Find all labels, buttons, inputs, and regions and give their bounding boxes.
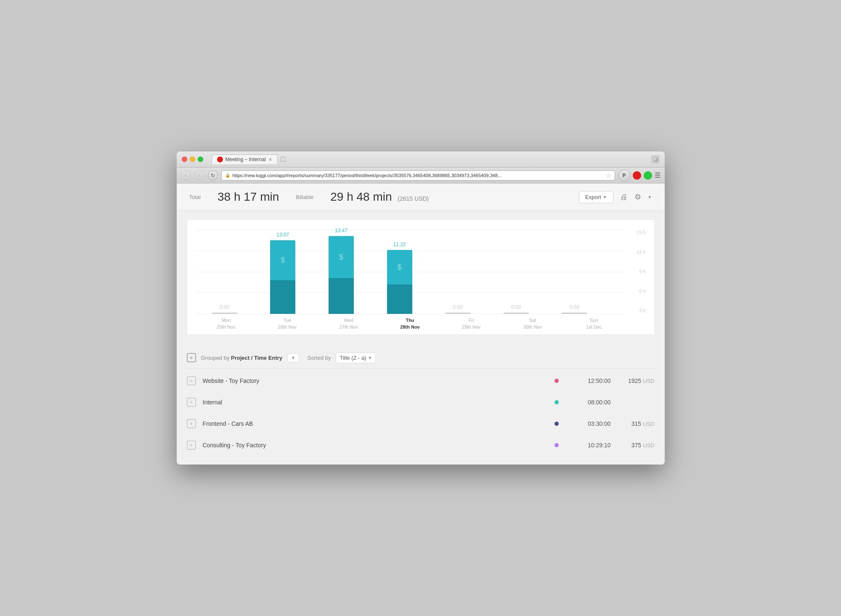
p-extension-button[interactable]: P — [618, 170, 630, 181]
summary-section: + Grouped by Project / Time Entry ▼ Sort… — [177, 343, 665, 465]
bar-sun[interactable]: 0:00 — [545, 304, 604, 314]
red-extension-icon[interactable] — [633, 171, 641, 180]
x-label-wed: Wed27th Nov — [318, 317, 379, 330]
stats-bar: Total 38 h 17 min Billable 29 h 48 min (… — [177, 183, 665, 211]
browser-menu-button[interactable]: ☰ — [655, 171, 661, 179]
bar-wed-stack: $ — [329, 236, 354, 314]
bar-value-mon: 0:00 — [220, 304, 229, 310]
x-label-sun: Sun1st Dec — [563, 317, 625, 330]
color-dot-consulting — [554, 443, 559, 447]
bookmark-icon[interactable]: ☆ — [606, 172, 611, 179]
bar-wed[interactable]: 13:47 $ — [312, 228, 371, 314]
dollar-icon: $ — [398, 263, 402, 272]
green-extension-icon[interactable] — [644, 171, 652, 180]
bar-mon[interactable]: 0:00 — [196, 304, 254, 314]
bar-sat[interactable]: 0:00 — [487, 304, 545, 314]
billable-label: Billable — [296, 194, 313, 200]
toggl-favicon — [217, 157, 223, 162]
bar-thu-stack: $ — [387, 250, 412, 314]
bar-thu[interactable]: 11:22 $ — [370, 242, 429, 314]
bar-value-thu: 11:22 — [393, 242, 406, 247]
traffic-lights — [182, 157, 203, 162]
expand-all-button[interactable]: + — [187, 353, 196, 362]
bar-value-sun: 0:00 — [570, 304, 579, 310]
time-consulting: 10:29:10 — [569, 442, 611, 449]
time-frontend: 03:30:00 — [569, 420, 611, 427]
x-label-fri: Fri29th Nov — [440, 317, 502, 330]
bar-value-sat: 0:00 — [511, 304, 521, 310]
export-button[interactable]: Export ▼ — [579, 191, 613, 203]
y-label-3h: 3 h — [639, 308, 645, 313]
sort-dropdown[interactable]: Title (Z - a) ▼ — [336, 353, 376, 363]
url-text: https://new.toggl.com/app/#reports/summa… — [233, 173, 501, 178]
maximize-button[interactable] — [198, 157, 203, 162]
bar-value-fri: 0:00 — [453, 304, 462, 310]
bar-tue[interactable]: 13:07 $ — [254, 232, 312, 314]
project-row-internal[interactable]: + Internal 08:00:00 — [187, 392, 655, 413]
grouping-chevron: ▼ — [291, 356, 295, 360]
sort-value: Title (Z - a) — [340, 355, 366, 361]
expand-consulting[interactable]: + — [187, 441, 196, 450]
bar-fri[interactable]: 0:00 — [429, 304, 487, 314]
dollar-icon: $ — [281, 256, 285, 265]
close-button[interactable] — [182, 157, 187, 162]
total-label: Total — [189, 194, 201, 200]
main-content: Total 38 h 17 min Billable 29 h 48 min (… — [177, 183, 665, 465]
browser-window: Meeting – Internal ✕ □ ‹ › ↻ 🔒 https://n… — [177, 151, 665, 465]
bar-tue-billable: $ — [270, 240, 295, 280]
chart-area: 15 h 12 h 9 h 6 h 3 h 0:00 — [187, 219, 655, 335]
tab-close-button[interactable]: ✕ — [268, 157, 272, 162]
usd-consulting: 375 USD — [621, 442, 655, 449]
minimize-button[interactable] — [190, 157, 195, 162]
content-wrapper: 15 h 12 h 9 h 6 h 3 h 0:00 — [177, 219, 665, 465]
grouping-bar: + Grouped by Project / Time Entry ▼ Sort… — [187, 348, 655, 369]
forward-button[interactable]: › — [194, 170, 204, 181]
back-button[interactable]: ‹ — [181, 170, 191, 181]
grouping-dropdown[interactable]: ▼ — [287, 353, 299, 362]
active-tab[interactable]: Meeting – Internal ✕ — [212, 154, 278, 164]
reload-button[interactable]: ↻ — [208, 170, 218, 181]
new-tab-button[interactable]: □ — [278, 153, 289, 165]
x-axis: Mon25th Nov Tue26th Nov Wed27th Nov Thu2… — [196, 317, 646, 330]
export-chevron: ▼ — [603, 195, 607, 199]
y-label-15h: 15 h — [637, 230, 645, 235]
y-label-9h: 9 h — [639, 269, 645, 274]
project-row-frontend[interactable]: + Frontend - Cars AB 03:30:00 315 USD — [187, 413, 655, 435]
bar-tue-nonbillable — [270, 280, 295, 314]
tab-title: Meeting – Internal — [226, 157, 266, 162]
bar-value-tue: 13:07 — [276, 232, 289, 238]
toolbar-right: Export ▼ 🖨 ⚙ ▼ — [579, 191, 652, 203]
x-label-mon: Mon25th Nov — [196, 317, 257, 330]
bar-wed-billable: $ — [329, 236, 354, 278]
url-bar[interactable]: 🔒 https://new.toggl.com/app/#reports/sum… — [221, 170, 615, 181]
ssl-icon: 🔒 — [225, 173, 230, 178]
color-dot-frontend — [554, 422, 559, 426]
tab-bar: Meeting – Internal ✕ □ — [212, 153, 289, 165]
y-label-12h: 12 h — [637, 250, 645, 255]
bar-value-wed: 13:47 — [335, 228, 348, 234]
bar-fri-tiny — [445, 313, 470, 314]
browser-toolbar: P ☰ — [618, 170, 661, 181]
project-name-internal: Internal — [203, 399, 554, 406]
time-internal: 08:00:00 — [569, 399, 611, 406]
sorted-by-label: Sorted by — [308, 355, 331, 361]
settings-button[interactable]: ⚙ — [634, 192, 641, 202]
expand-frontend[interactable]: + — [187, 419, 196, 428]
window-resize-icon[interactable] — [651, 155, 660, 164]
expand-website[interactable]: + — [187, 376, 196, 385]
project-name-frontend: Frontend - Cars AB — [203, 420, 554, 427]
bars-container: 0:00 13:07 $ — [196, 230, 625, 314]
usd-website: 1925 USD — [621, 377, 655, 384]
project-name-website: Website - Toy Factory — [203, 377, 554, 384]
project-list: + Website - Toy Factory 12:50:00 1925 US… — [187, 370, 655, 456]
grouped-by-label: Grouped by Project / Time Entry — [201, 355, 282, 361]
total-value: 38 h 17 min — [218, 190, 279, 204]
color-dot-website — [554, 379, 559, 383]
titlebar: Meeting – Internal ✕ □ — [177, 151, 665, 167]
project-row-website[interactable]: + Website - Toy Factory 12:50:00 1925 US… — [187, 370, 655, 392]
expand-internal[interactable]: + — [187, 398, 196, 407]
bar-sat-tiny — [504, 313, 529, 314]
project-row-consulting[interactable]: + Consulting - Toy Factory 10:29:10 375 … — [187, 435, 655, 456]
x-label-sat: Sat30th Nov — [502, 317, 563, 330]
print-button[interactable]: 🖨 — [620, 193, 628, 202]
